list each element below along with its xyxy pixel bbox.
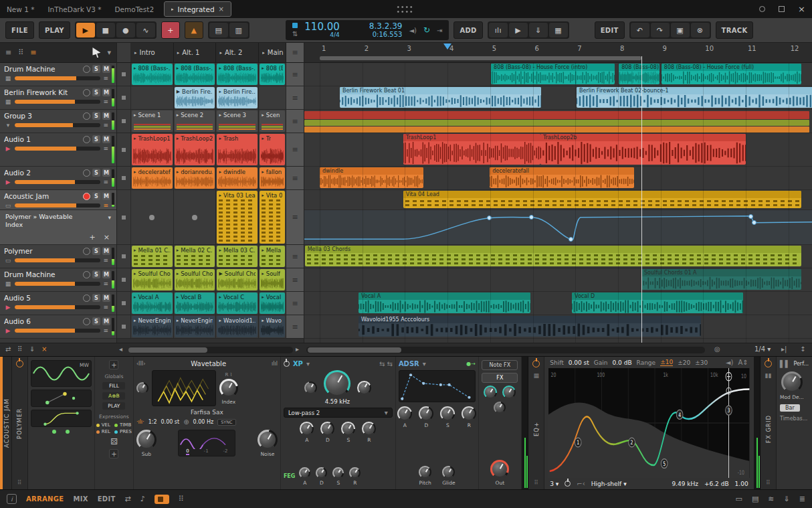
- clip-slot[interactable]: ▸808 (Bass-...: [174, 63, 217, 86]
- launcher-clip-808-bass[interactable]: ▸808 (Bass-...: [175, 64, 215, 85]
- sub-octave-0[interactable]: 0: [186, 448, 189, 455]
- group-subclip-strip[interactable]: [304, 126, 809, 133]
- amp-env-s-knob[interactable]: S: [440, 406, 455, 428]
- eq-band-type-select[interactable]: High-shelf ▾: [591, 481, 627, 487]
- clip-play-icon[interactable]: ▸: [177, 270, 179, 277]
- arranger-lane-berlin-firework-kit[interactable]: Berlin Firework Beat 01Berlin Firework B…: [304, 86, 812, 110]
- launcher-clip-vita-0[interactable]: ▸Vita 0: [260, 191, 285, 244]
- clip-play-icon[interactable]: ▸: [134, 65, 136, 72]
- clip-play-icon[interactable]: ▸: [134, 247, 136, 254]
- solo-button[interactable]: S: [92, 317, 100, 325]
- clip-slot[interactable]: ▸Mella 03 C...: [216, 245, 259, 268]
- launcher-clip-wavoloid1[interactable]: ▸Wavoloid1...: [217, 316, 258, 337]
- launcher-clip-vocal-b[interactable]: ▸Vocal B: [175, 292, 215, 314]
- clip-slot[interactable]: ▸Vita 03 Lead: [216, 190, 259, 244]
- noise-knob[interactable]: [258, 430, 278, 450]
- pointer-tool-icon[interactable]: [92, 48, 100, 58]
- clip-slot[interactable]: ▸Vocal A: [131, 292, 174, 315]
- clip-play-icon[interactable]: ▸: [262, 112, 264, 118]
- track-menu-button[interactable]: TRACK: [716, 21, 754, 39]
- launcher-clip-soulful-cho[interactable]: ▸Soulful Cho...: [175, 269, 215, 290]
- clip-slot[interactable]: ▸Wavoloid1...: [216, 315, 259, 338]
- clip-play-icon[interactable]: ▸: [262, 192, 264, 199]
- clip-play-icon[interactable]: ▸: [262, 65, 264, 72]
- clip-play-icon[interactable]: ▸: [177, 317, 179, 324]
- env-route-icon[interactable]: ●→: [466, 361, 476, 367]
- solo-button[interactable]: S: [92, 135, 100, 143]
- arranger-clip-808-bass-08-house-force-intro[interactable]: 808 (Bass-08) - House Force (intro): [491, 64, 615, 84]
- import-button[interactable]: ⇓: [529, 23, 548, 37]
- clip-play-icon[interactable]: ▸: [262, 169, 264, 175]
- stop-clip-button[interactable]: [117, 268, 131, 291]
- punch-skip-icon[interactable]: ⇥: [437, 27, 442, 34]
- stop-clip-button[interactable]: [117, 190, 131, 244]
- filter-drive-knob[interactable]: [304, 382, 317, 394]
- slot-stop-dot[interactable]: [192, 215, 197, 220]
- delete-button[interactable]: ⊗: [691, 23, 710, 37]
- record-arm-button[interactable]: [83, 193, 90, 200]
- launcher-clip-soulf[interactable]: ▸Soulf: [260, 269, 285, 290]
- lane-options-button[interactable]: ≡: [286, 110, 304, 133]
- launcher-clip-mella-02-c[interactable]: ▸Mella 02 C...: [175, 246, 215, 267]
- device-chooser-panel[interactable]: Polymer » Wavetable▾Index+×: [0, 210, 116, 245]
- launcher-scroll-right[interactable]: ▸: [296, 345, 299, 353]
- solo-button[interactable]: S: [92, 169, 100, 177]
- project-tab-inthedark-v3[interactable]: InTheDark V3 *: [41, 0, 108, 18]
- sync-badge[interactable]: SYNC: [217, 419, 236, 426]
- clip-play-icon[interactable]: ▸: [177, 65, 179, 72]
- eq-range-10-button[interactable]: ±10: [660, 359, 673, 366]
- loop-button[interactable]: ↻: [423, 25, 430, 35]
- scene-header-intro[interactable]: ▸Intro: [131, 43, 174, 62]
- launcher-clip-mella-01-c[interactable]: ▸Mella 01 C...: [132, 246, 173, 267]
- launcher-clip-neverengin[interactable]: ▸NeverEngin...: [132, 316, 173, 337]
- polymer-name[interactable]: POLYMER: [16, 372, 23, 475]
- wavetable-browse-icon[interactable]: ılıl: [272, 361, 278, 367]
- add-button[interactable]: ADD: [453, 21, 482, 39]
- track-header-polymer[interactable]: PolymerSM▭≡: [0, 245, 116, 268]
- solo-button[interactable]: S: [92, 294, 100, 302]
- launcher-clip-vocal-c[interactable]: ▸Vocal C: [217, 292, 258, 314]
- clip-slot[interactable]: ▸fallon: [259, 167, 286, 189]
- clip-slot[interactable]: ▸Scen: [259, 110, 286, 133]
- mute-button[interactable]: M: [102, 112, 110, 120]
- solo-button[interactable]: S: [92, 192, 100, 200]
- stop-button[interactable]: ■: [96, 23, 115, 37]
- clip-play-icon[interactable]: ▸: [262, 247, 264, 254]
- lane-options-button[interactable]: ≡: [286, 167, 304, 189]
- file-panel-icon[interactable]: ▤: [752, 495, 758, 503]
- clip-slot[interactable]: ▸deceleratefall: [131, 167, 174, 189]
- expression-pres[interactable]: PRES: [114, 429, 132, 434]
- clip-slot[interactable]: ▸TrashLoop1: [131, 133, 174, 166]
- voice-spread-knob[interactable]: [502, 386, 516, 399]
- clip-play-icon[interactable]: ▸: [262, 135, 264, 142]
- mixer-view-button[interactable]: ılı: [489, 23, 508, 37]
- track-header-acoustic-jam[interactable]: Acoustic JamSM▭≡: [0, 190, 116, 210]
- automation-point[interactable]: [487, 216, 492, 220]
- solo-button[interactable]: S: [92, 88, 100, 96]
- feg-a-knob[interactable]: A: [299, 467, 310, 486]
- clip-slot[interactable]: ▸Tr: [259, 133, 286, 166]
- group-subclip-strip[interactable]: [304, 111, 809, 119]
- mute-button[interactable]: M: [102, 88, 110, 96]
- track-options-icon[interactable]: ≡: [103, 145, 108, 152]
- play-menu-button[interactable]: PLAY: [39, 21, 70, 39]
- arranger-clip-808-bass-08[interactable]: 808 (Bass-08): [619, 64, 659, 84]
- launcher-clip-trash[interactable]: ▸Trash: [217, 134, 258, 165]
- stop-clip-button[interactable]: [117, 167, 131, 189]
- volume-slider[interactable]: [15, 305, 100, 309]
- clip-play-icon[interactable]: ▸: [134, 270, 136, 277]
- track-header-audio-6[interactable]: Audio 6SM▶≡: [0, 315, 116, 339]
- clip-import-icon[interactable]: ⇓: [29, 345, 35, 353]
- lane-options-button[interactable]: ≡: [286, 245, 304, 268]
- monitor-button[interactable]: [83, 318, 90, 325]
- arranger-clip-vocal-a[interactable]: Vocal A: [359, 292, 530, 313]
- time-display[interactable]: 0:16.553: [373, 31, 403, 38]
- track-list-menu-icon[interactable]: ≡: [5, 48, 11, 57]
- clip-play-icon[interactable]: ▸: [177, 169, 179, 175]
- playhead-cue-marker[interactable]: [443, 44, 451, 54]
- monitor-button[interactable]: [83, 66, 90, 73]
- launcher-scrollbar[interactable]: [128, 347, 293, 353]
- arranger-lane-audio-2[interactable]: dwindledeceleratefall: [304, 167, 812, 190]
- clip-play-icon[interactable]: ▸: [219, 65, 221, 72]
- clip-play-icon[interactable]: ▸: [219, 294, 221, 301]
